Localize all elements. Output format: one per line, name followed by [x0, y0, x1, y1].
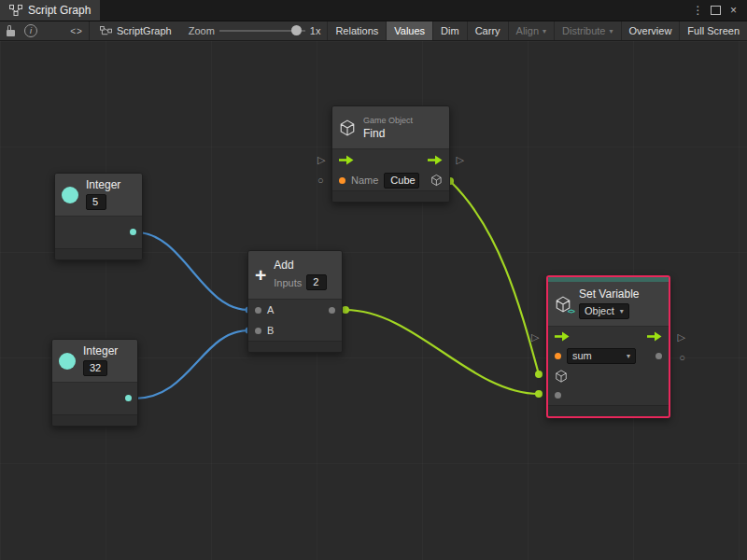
- inputs-label: Inputs: [274, 277, 302, 288]
- chevron-down-icon: ▾: [620, 305, 624, 317]
- values-button[interactable]: Values: [386, 21, 432, 40]
- graph-canvas[interactable]: Integer 5 Integer 32: [0, 41, 747, 560]
- value-output-port[interactable]: [655, 353, 662, 359]
- node-add[interactable]: + Add Inputs 2 A B: [247, 250, 343, 353]
- node-title: Integer: [86, 179, 120, 191]
- wire-endpoint: [535, 371, 543, 378]
- node-integer-5[interactable]: Integer 5: [54, 173, 143, 260]
- flow-out-arrow-icon[interactable]: [428, 155, 443, 165]
- data-input-port[interactable]: ○: [317, 175, 324, 185]
- wire-integer32-to-add-b[interactable]: [134, 330, 248, 399]
- zoom-slider-handle[interactable]: [291, 25, 302, 35]
- flow-in-arrow-icon[interactable]: [339, 155, 354, 165]
- relations-button[interactable]: Relations: [327, 21, 386, 40]
- carry-button[interactable]: Carry: [467, 21, 508, 40]
- node-category: Game Object: [363, 116, 413, 125]
- script-graph-icon: [100, 26, 112, 36]
- name-value-field[interactable]: Cube: [384, 173, 419, 189]
- output-port[interactable]: [329, 307, 335, 314]
- name-label: Name: [351, 175, 378, 186]
- zoom-value: 1x: [310, 25, 321, 36]
- maximize-icon[interactable]: [708, 0, 724, 21]
- integer-value-field[interactable]: 32: [83, 360, 107, 376]
- node-title: Find: [363, 128, 385, 140]
- chevron-down-icon: ▾: [543, 27, 546, 35]
- node-footer: [52, 414, 137, 426]
- flow-input-port[interactable]: ▷: [531, 332, 539, 342]
- integer-value-field[interactable]: 5: [86, 194, 106, 210]
- full-screen-button[interactable]: Full Screen: [679, 21, 747, 40]
- zoom-label: Zoom: [189, 25, 215, 36]
- overview-button[interactable]: Overview: [621, 21, 680, 40]
- wire-find-to-setvariable[interactable]: [450, 181, 539, 374]
- lock-icon[interactable]: [0, 21, 21, 40]
- flow-output-port[interactable]: ▷: [457, 155, 464, 164]
- node-footer: [248, 341, 342, 352]
- wire-integer5-to-add-a[interactable]: [136, 232, 248, 310]
- align-button[interactable]: Align ▾: [508, 21, 554, 40]
- inputs-count-field[interactable]: 2: [306, 274, 327, 290]
- flow-output-port[interactable]: ▷: [678, 332, 685, 342]
- wire-add-to-setvariable[interactable]: [345, 310, 539, 394]
- gameobject-output-port[interactable]: [430, 174, 443, 187]
- close-icon[interactable]: ×: [726, 0, 741, 21]
- add-icon: +: [255, 267, 266, 284]
- set-variable-icon: <>: [555, 296, 571, 313]
- flow-input-port[interactable]: ▷: [317, 155, 325, 164]
- port-label-a: A: [267, 304, 274, 315]
- graph-icon: [9, 5, 22, 16]
- data-output-port[interactable]: ○: [679, 353, 685, 362]
- node-title: Set Variable: [579, 288, 639, 301]
- node-footer: [332, 190, 449, 202]
- graph-breadcrumb[interactable]: ScriptGraph: [92, 25, 179, 36]
- flow-out-arrow-icon[interactable]: [647, 331, 662, 342]
- name-input-port[interactable]: [339, 177, 345, 184]
- unity-script-graph-window: Script Graph ⋮ × i < > ScriptGraph Zoom: [0, 0, 747, 560]
- graph-toolbar: i < > ScriptGraph Zoom 1x Relations Valu…: [0, 21, 747, 41]
- node-title: Integer: [83, 345, 118, 357]
- port-label-b: B: [267, 325, 274, 336]
- tab-script-graph[interactable]: Script Graph: [0, 0, 100, 21]
- dim-button[interactable]: Dim: [432, 21, 467, 40]
- output-port[interactable]: [130, 229, 136, 235]
- input-port-a[interactable]: [255, 307, 261, 314]
- chevron-down-icon: ▾: [627, 350, 630, 362]
- variable-scope-dropdown[interactable]: Object ▾: [579, 303, 629, 319]
- tab-title: Script Graph: [28, 4, 91, 17]
- integer-icon: [59, 353, 76, 370]
- flow-in-arrow-icon[interactable]: [555, 331, 570, 342]
- node-footer: [548, 405, 669, 416]
- value-input-port[interactable]: [555, 392, 561, 399]
- integer-icon: [62, 187, 78, 203]
- toolbar-buttons: Relations Values Dim Carry Align ▾ Distr…: [327, 21, 747, 40]
- distribute-button[interactable]: Distribute ▾: [554, 21, 620, 40]
- wire-endpoint: [535, 390, 543, 398]
- zoom-slider[interactable]: [219, 21, 305, 40]
- wire-endpoint: [342, 306, 349, 314]
- graph-name-label: ScriptGraph: [117, 25, 172, 36]
- variable-name-port[interactable]: [555, 353, 561, 359]
- title-bar: Script Graph ⋮ ×: [0, 0, 747, 21]
- chevron-down-icon: ▾: [610, 27, 613, 35]
- code-view-icon[interactable]: < >: [65, 21, 86, 40]
- gameobject-input-port[interactable]: [555, 370, 568, 383]
- node-find[interactable]: ▷ ○ ▷ Game Object Find: [331, 105, 450, 203]
- node-footer: [55, 248, 142, 259]
- game-object-icon: [339, 119, 356, 136]
- output-port[interactable]: [125, 395, 132, 401]
- node-title: Add: [274, 259, 293, 272]
- window-menu-icon[interactable]: ⋮: [690, 0, 706, 21]
- info-icon[interactable]: i: [21, 21, 41, 40]
- variable-name-dropdown[interactable]: sum ▾: [567, 348, 636, 364]
- node-set-variable[interactable]: ▷ ▷ ○ <> Set Variable Object ▾: [546, 275, 670, 418]
- node-integer-32[interactable]: Integer 32: [51, 339, 138, 427]
- input-port-b[interactable]: [255, 328, 261, 334]
- window-controls: ⋮ ×: [690, 0, 747, 21]
